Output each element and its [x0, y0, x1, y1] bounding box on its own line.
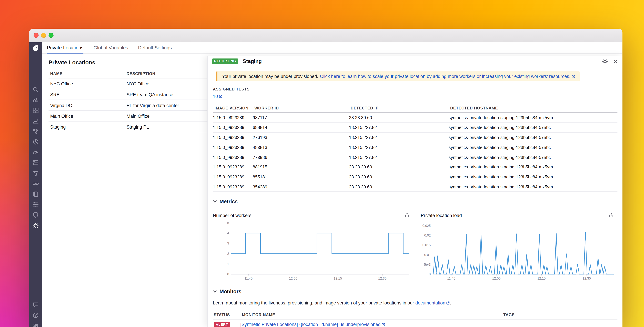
chart-title: Number of workers	[213, 213, 252, 218]
detected-hostname: synthetics-private-location-staging-123b…	[448, 145, 618, 150]
monitors-section-toggle[interactable]: Monitors	[213, 289, 618, 295]
svg-text:0: 0	[227, 272, 229, 276]
monitor-link[interactable]: [Synthetic Private Locations] {{location…	[240, 322, 385, 327]
detected-hostname: synthetics-private-location-staging-123b…	[448, 184, 618, 189]
monitors-section-label: Monitors	[220, 289, 241, 295]
monitor-row: ALERT[Synthetic Private Locations] {{loc…	[213, 320, 618, 327]
ci-icon[interactable]	[32, 138, 39, 145]
detected-ip: 18.215.227.82	[349, 145, 448, 150]
detected-hostname: synthetics-private-location-staging-123b…	[448, 125, 618, 130]
window-minimize-button[interactable]	[41, 33, 46, 38]
svg-text:5: 5	[227, 221, 229, 225]
monitor-status-badge: ALERT	[214, 322, 230, 327]
external-link-icon	[571, 75, 575, 78]
svg-text:12:30: 12:30	[582, 277, 591, 280]
worker-row: 1.15.0_992328977398618.215.227.82synthet…	[213, 152, 618, 162]
panel-title: Staging	[243, 58, 262, 64]
detected-hostname: synthetics-private-location-staging-123b…	[448, 135, 618, 140]
window-close-button[interactable]	[34, 33, 38, 38]
detected-ip: 18.215.227.82	[349, 154, 448, 160]
external-link-icon	[382, 323, 385, 327]
svg-text:0.025: 0.025	[422, 224, 431, 228]
export-chart-icon[interactable]	[404, 213, 410, 218]
notebooks-icon[interactable]	[32, 191, 39, 198]
column-header-image-version: IMAGE VERSION	[213, 106, 253, 110]
metrics-icon[interactable]	[32, 118, 39, 124]
detected-ip: 18.215.227.82	[349, 125, 448, 130]
svg-text:12:30: 12:30	[378, 277, 386, 280]
monitors-table: STATUS MONITOR NAME TAGS ALERT[Synthetic…	[213, 311, 618, 327]
logs-icon[interactable]	[32, 170, 39, 176]
location-name: SRE	[48, 92, 125, 97]
search-icon[interactable]	[32, 86, 39, 93]
external-link-icon	[446, 301, 450, 305]
svg-text:0.015: 0.015	[422, 243, 431, 247]
close-panel-icon[interactable]	[612, 58, 618, 64]
tab-private-locations[interactable]: Private Locations	[47, 42, 84, 53]
location-name: NYC Office	[48, 81, 125, 86]
detected-ip: 23.23.39.60	[349, 174, 448, 179]
watchdog-icon[interactable]	[32, 97, 39, 103]
worker-row: 1.15.0_992328988191523.23.39.60synthetic…	[213, 162, 618, 172]
sidebar-bottom-nav	[29, 302, 42, 327]
chat-icon[interactable]	[32, 302, 39, 308]
chevron-down-icon	[213, 290, 217, 294]
worker-row: 1.15.0_992328935428923.23.39.60synthetic…	[213, 182, 618, 192]
svg-text:1: 1	[227, 262, 229, 266]
chevron-down-icon	[213, 200, 217, 204]
desktop: Private LocationsGlobal VariablesDefault…	[0, 0, 644, 327]
window-zoom-button[interactable]	[48, 33, 54, 38]
svg-text:4: 4	[227, 231, 229, 235]
tab-default-settings[interactable]: Default Settings	[138, 42, 172, 53]
worker-id: 354289	[253, 184, 349, 189]
synthetics-icon[interactable]	[32, 222, 39, 229]
image-version: 1.15.0_9923289	[213, 174, 253, 179]
worker-row: 1.15.0_992328985518123.23.39.60synthetic…	[213, 172, 618, 182]
column-header-tags: TAGS	[502, 312, 618, 317]
svg-text:12:15: 12:15	[538, 277, 546, 280]
datadog-logo-icon[interactable]	[32, 44, 39, 52]
detected-hostname: synthetics-private-location-staging-123b…	[448, 154, 618, 160]
worker-row: 1.15.0_992328998711723.23.39.60synthetic…	[213, 113, 618, 123]
help-icon[interactable]	[32, 312, 39, 318]
svg-text:12:00: 12:00	[289, 277, 297, 280]
warning-scale-link[interactable]: Click here to learn how to scale your pr…	[320, 74, 575, 79]
chart-number-of-workers: Number of workers 01234511:4512:0012:151…	[213, 213, 410, 282]
export-chart-icon[interactable]	[609, 213, 614, 218]
svg-text:0: 0	[429, 272, 431, 276]
worker-row: 1.15.0_992328948381318.215.227.82synthet…	[213, 142, 618, 152]
svg-text:12:00: 12:00	[492, 277, 500, 280]
column-header-name: NAME	[48, 71, 125, 76]
detected-ip: 23.23.39.60	[349, 164, 448, 170]
gauge-icon[interactable]	[32, 149, 39, 156]
worker-row: 1.15.0_992328927619318.215.227.82synthet…	[213, 133, 618, 142]
worker-id: 276193	[253, 135, 349, 140]
dashboards-icon[interactable]	[32, 107, 39, 114]
metrics-section-toggle[interactable]: Metrics	[213, 199, 618, 205]
column-header-worker-id: WORKER ID	[253, 106, 349, 110]
pipelines-icon[interactable]	[32, 201, 39, 208]
detected-hostname: synthetics-private-location-staging-123b…	[448, 174, 618, 179]
worker-id: 987117	[253, 115, 349, 120]
location-name: Virgina DC	[48, 103, 125, 108]
documentation-link[interactable]: documentation	[416, 300, 450, 306]
integrations-icon[interactable]	[32, 180, 39, 187]
assigned-tests-link[interactable]: 10	[213, 94, 222, 98]
infrastructure-icon[interactable]	[32, 160, 39, 166]
app-sidebar	[29, 42, 42, 327]
chart-title: Private location load	[421, 213, 462, 218]
side-panel-body: Your private location may be under provi…	[208, 67, 622, 327]
detected-ip: 23.23.39.60	[349, 184, 448, 189]
column-header-monitor-name: MONITOR NAME	[240, 312, 502, 317]
image-version: 1.15.0_9923289	[213, 154, 253, 160]
warning-banner: Your private location may be under provi…	[216, 71, 580, 81]
side-panel-header: REPORTING Staging	[208, 56, 622, 67]
account-icon[interactable]	[32, 322, 39, 327]
settings-gear-icon[interactable]	[602, 58, 608, 64]
security-icon[interactable]	[32, 212, 39, 218]
monitors-table-body: ALERT[Synthetic Private Locations] {{loc…	[213, 320, 618, 327]
apm-icon[interactable]	[32, 128, 39, 135]
tab-global-variables[interactable]: Global Variables	[94, 42, 128, 53]
column-header-status: STATUS	[213, 312, 240, 317]
worker-id: 483813	[253, 145, 349, 150]
